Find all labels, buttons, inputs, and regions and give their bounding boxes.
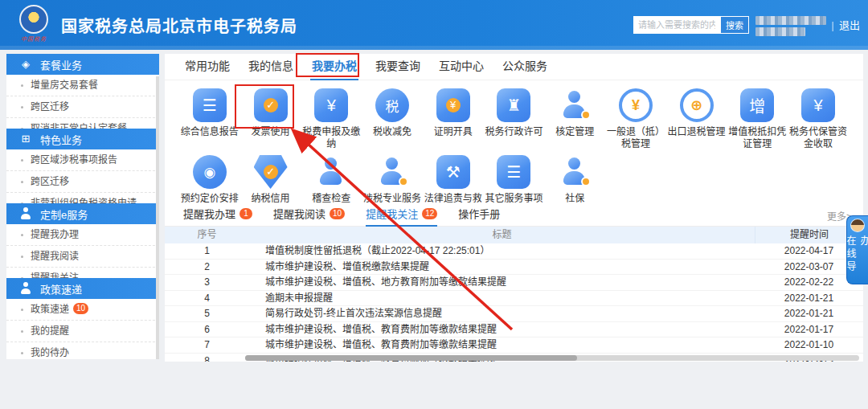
- service-item[interactable]: 增 增值税抵扣凭证管理: [727, 88, 788, 150]
- tax-reduction-icon: 税: [375, 88, 409, 122]
- nav-services-panel: 常用功能 我的信息 我要办税 我要查询 互动中心: [165, 54, 863, 227]
- table-body: 1 增值税制度性留抵退税（截止2022-04-17 22:25:01） 2022…: [165, 243, 863, 362]
- sidebar-item-label: 我的待办: [31, 347, 69, 358]
- reminder-tab-label: 操作手册: [458, 208, 500, 220]
- sidebar-item[interactable]: 提醒我阅读: [6, 246, 159, 268]
- table-row[interactable]: 1 增值税制度性留抵退税（截止2022-04-17 22:25:01） 2022…: [165, 243, 863, 260]
- sidebar-item[interactable]: 我的待办: [6, 342, 159, 359]
- sidebar-item[interactable]: 跨区迁移: [6, 96, 159, 118]
- service-item[interactable]: 税 税收减免: [362, 88, 423, 150]
- sidebar-section-header[interactable]: ⊞ 特色业务: [6, 129, 159, 149]
- service-item[interactable]: ⊕ 出口退税管理: [666, 88, 727, 150]
- service-item[interactable]: ☰ 综合信息报告: [179, 88, 240, 150]
- table-header: 序号 标题 提醒时间: [165, 227, 863, 243]
- invoice-use-icon: ✓: [254, 88, 288, 122]
- sidebar-entry: 非营利组织免税资格申请 非营利组织免税资格申请: [6, 193, 159, 203]
- table-row[interactable]: 5 简易行政处罚-终止首次违法案源信息提醒 2022-01-21: [165, 306, 863, 322]
- assistant-avatar-icon: [850, 219, 865, 232]
- nav-tab[interactable]: 常用功能: [183, 54, 231, 80]
- policy-express-icon: [19, 282, 32, 295]
- export-tax-refund-icon: ⊕: [680, 88, 714, 122]
- service-label: 税务行政许可: [485, 126, 542, 139]
- sidebar-item-label: 提醒我关注: [31, 272, 79, 278]
- table-row[interactable]: 3 城市维护建设税、增值税、地方教育附加等缴款结果提醒 2022-02-22: [165, 275, 863, 291]
- service-label: 税费申报及缴纳: [301, 126, 362, 150]
- row-title: 城市维护建设税、增值税、教育费附加等缴款结果提醒: [249, 322, 755, 337]
- sidebar-entry: 跨区迁移 跨区迁移: [6, 96, 159, 118]
- nav-tab[interactable]: 我要查询: [374, 54, 422, 80]
- sidebar-item[interactable]: 我的提醒: [6, 321, 159, 342]
- nav-tab[interactable]: 互动中心: [437, 54, 485, 80]
- row-title: 增值税制度性留抵退税（截止2022-04-17 22:25:01）: [249, 243, 755, 259]
- row-number: 1: [165, 243, 249, 259]
- sidebar-section-label: 政策速递: [40, 281, 82, 297]
- sidebar-item[interactable]: 跨区迁移: [6, 171, 159, 193]
- service-item[interactable]: ¥ 证明开具: [423, 88, 484, 150]
- service-item[interactable]: ¥ 税务代保管资金收取: [788, 88, 849, 150]
- row-number: 6: [165, 322, 249, 337]
- sidebar-item-label: 提醒我办理: [31, 229, 79, 240]
- sidebar-item[interactable]: 增量房交易套餐: [6, 75, 159, 96]
- row-number: 2: [165, 260, 249, 275]
- sidebar-entry: 跨区域涉税事项报告 跨区域涉税事项报告: [6, 149, 159, 171]
- table-row[interactable]: 6 城市维护建设税、增值税、教育费附加等缴款结果提醒 2022-01-17: [165, 322, 863, 338]
- col-header-no: 序号: [165, 227, 249, 243]
- count-badge: 10: [330, 208, 345, 219]
- service-label: 证明开具: [434, 126, 473, 139]
- service-item[interactable]: ¥ 税费申报及缴纳: [301, 88, 362, 150]
- sidebar-item[interactable]: 非营利组织免税资格申请: [6, 193, 159, 203]
- table-row[interactable]: 7 城市维护建设税、增值税、教育费附加等缴款结果提醒 2022-01-10: [165, 337, 863, 354]
- nav-tab-label: 我要查询: [375, 59, 420, 72]
- reminder-tab-label: 提醒我关注: [366, 208, 418, 220]
- audit-inspection-icon: [314, 155, 348, 189]
- table-row[interactable]: 2 城市维护建设税、增值税缴款结果提醒 2022-03-07: [165, 260, 863, 276]
- table-row[interactable]: 4 逾期未申报提醒 2022-01-21: [165, 291, 863, 307]
- nav-tab[interactable]: 公众服务: [501, 54, 549, 80]
- sidebar-entry: ◈ 套餐业务 套餐业务: [6, 54, 159, 75]
- search-input[interactable]: [633, 16, 720, 34]
- logout-button[interactable]: |退出: [832, 17, 860, 32]
- reminder-tab[interactable]: 操作手册: [458, 202, 500, 227]
- service-label: 综合信息报告: [181, 126, 239, 139]
- row-number: 8: [165, 354, 249, 362]
- sidebar-entry: 我的待办 我的待办: [6, 342, 159, 359]
- legal-liability-remedy-icon: ⚒: [436, 155, 470, 189]
- sidebar-item[interactable]: 取消非正常户认定套餐: [6, 118, 159, 129]
- sidebar-item[interactable]: 提醒我关注: [6, 268, 159, 278]
- row-number: 4: [165, 291, 249, 306]
- reminder-tab[interactable]: 提醒我关注12: [366, 202, 437, 227]
- service-item[interactable]: ¥ 一般退（抵）税管理: [605, 88, 666, 150]
- reminder-tab[interactable]: 提醒我阅读10: [273, 202, 345, 227]
- reminder-tab[interactable]: 提醒我办理1: [183, 202, 252, 227]
- nav-tab-label: 我要办税: [312, 59, 357, 72]
- nav-tab[interactable]: 我的信息: [247, 54, 295, 80]
- service-label: 税收减免: [373, 126, 411, 139]
- online-guide-widget[interactable]: 在线导办: [846, 215, 868, 284]
- service-item[interactable]: ♜ 税务行政许可: [484, 88, 545, 150]
- sidebar-section-header[interactable]: ◈ 套餐业务: [6, 54, 159, 75]
- nav-tab-label: 常用功能: [185, 59, 230, 72]
- sidebar-item-label: 非营利组织免税资格申请: [31, 198, 137, 203]
- row-time: 2022-01-10: [755, 337, 863, 353]
- horizontal-scrollbar[interactable]: [245, 355, 859, 361]
- sidebar-item[interactable]: 政策速递10: [6, 299, 159, 321]
- custody-funds-collect-icon: ¥: [801, 88, 835, 122]
- sidebar-section-header[interactable]: 政策速递: [6, 278, 159, 299]
- sidebar-item[interactable]: 提醒我办理: [6, 224, 159, 246]
- social-security-icon: [558, 155, 592, 189]
- search-button[interactable]: 搜索: [720, 16, 749, 34]
- sidebar-section-header[interactable]: 定制e服务: [6, 203, 159, 224]
- sidebar-item[interactable]: 跨区域涉税事项报告: [6, 149, 159, 171]
- national-emblem-icon: ★: [19, 5, 48, 34]
- page-title: 国家税务总局北京市电子税务局: [61, 14, 297, 37]
- nav-tab[interactable]: 我要办税: [310, 54, 358, 80]
- advance-pricing-icon: ◉: [193, 155, 227, 189]
- service-item[interactable]: 核定管理: [544, 88, 605, 150]
- sidebar-entry: 政策速递 政策速递10: [6, 299, 159, 321]
- header-search: 搜索: [633, 16, 749, 34]
- main-content: 常用功能 我的信息 我要办税 我要查询 互动中心: [165, 54, 863, 227]
- scrollbar-thumb[interactable]: [245, 355, 577, 361]
- sidebar: ◈ 套餐业务 套餐业务 增量房交易套餐 增量房交易套餐 跨区迁移 跨区迁移: [6, 54, 159, 359]
- service-item[interactable]: ✓ 发票使用: [240, 88, 301, 150]
- redacted-line: [755, 27, 805, 36]
